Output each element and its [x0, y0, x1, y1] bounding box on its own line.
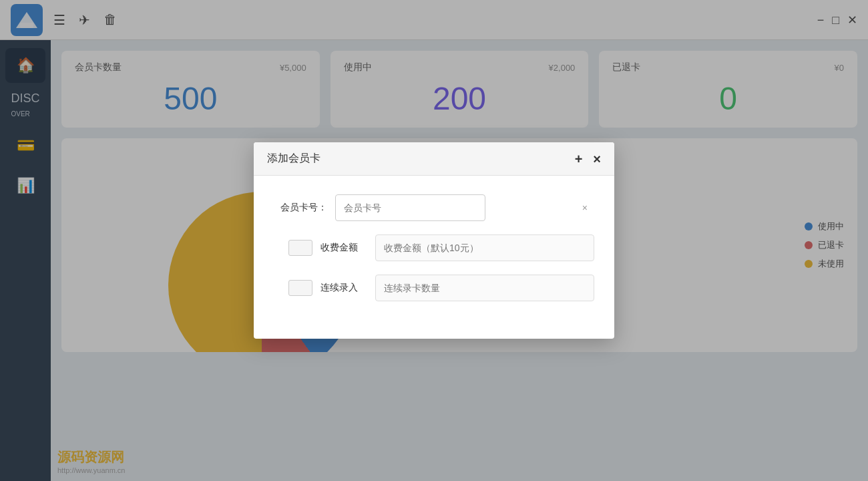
modal-body: 会员卡号： × 收费金额	[254, 176, 614, 339]
card-number-row: 会员卡号： ×	[274, 194, 594, 221]
modal-header-actions: + ×	[575, 152, 601, 166]
fee-checkbox-wrapper	[280, 240, 320, 256]
modal-dialog: 添加会员卡 + × 会员卡号： ×	[254, 142, 614, 339]
continuous-input[interactable]	[375, 275, 594, 301]
continuous-row: 连续录入	[274, 275, 594, 301]
fee-row: 收费金额	[274, 234, 594, 261]
fee-checkbox[interactable]	[288, 240, 312, 256]
continuous-checkbox[interactable]	[288, 280, 312, 296]
fee-input[interactable]	[375, 234, 594, 261]
card-number-input[interactable]	[335, 194, 485, 221]
fee-label: 收费金额	[320, 242, 367, 254]
continuous-checkbox-wrapper	[280, 280, 320, 296]
modal-header: 添加会员卡 + ×	[254, 142, 614, 176]
modal-overlay: 添加会员卡 + × 会员卡号： ×	[0, 0, 868, 481]
modal-add-button[interactable]: +	[575, 152, 583, 166]
modal-title: 添加会员卡	[267, 152, 320, 166]
app-window: ☰ ✈ 🗑 − □ ✕ 🏠 DISCOVER 💳 📊	[0, 0, 868, 481]
card-number-input-wrapper: ×	[335, 194, 594, 221]
modal-close-button[interactable]: ×	[593, 152, 601, 166]
continuous-label: 连续录入	[320, 282, 367, 294]
card-number-label: 会员卡号：	[274, 202, 327, 214]
card-number-clear-icon[interactable]: ×	[582, 202, 588, 213]
